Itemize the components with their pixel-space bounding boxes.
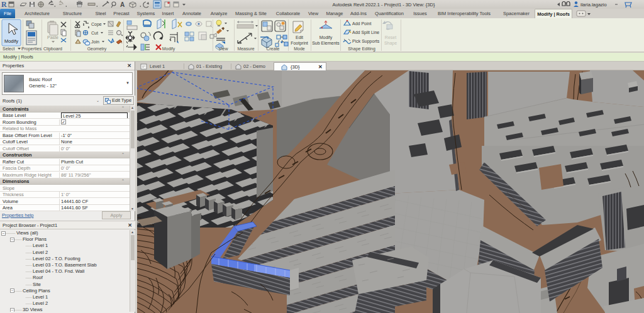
svg-text:ilaria.lagazio: ilaria.lagazio: [580, 2, 607, 8]
svg-text:Modify: Modify: [162, 47, 175, 52]
svg-text:Pick Supports: Pick Supports: [352, 39, 380, 44]
svg-text:Cope: Cope: [91, 22, 102, 27]
svg-text:View: View: [218, 47, 228, 51]
svg-text:Sub Elements: Sub Elements: [312, 41, 340, 45]
svg-text:Properties: Properties: [21, 47, 42, 52]
svg-text:Measure: Measure: [237, 47, 254, 51]
svg-text:Edit: Edit: [296, 35, 303, 40]
svg-text:Shape Editing: Shape Editing: [348, 47, 375, 52]
svg-text:Mode: Mode: [294, 47, 305, 51]
svg-text:Clipboard: Clipboard: [43, 47, 62, 52]
svg-text:Reset: Reset: [385, 35, 396, 40]
svg-text:Add Point: Add Point: [352, 21, 371, 26]
svg-text:A: A: [120, 1, 125, 8]
svg-text:Modify: Modify: [319, 35, 333, 40]
svg-text:Add Split Line: Add Split Line: [352, 30, 379, 35]
svg-text:R: R: [1, 0, 7, 9]
svg-text:Select: Select: [3, 47, 15, 51]
svg-text:Cut: Cut: [91, 31, 98, 35]
svg-text:Paste: Paste: [47, 35, 58, 40]
svg-text:Create: Create: [266, 47, 279, 51]
svg-text:Join: Join: [91, 40, 99, 44]
svg-text:Modify: Modify: [4, 38, 18, 44]
svg-text:Footprint: Footprint: [291, 41, 308, 46]
svg-text:Geometry: Geometry: [87, 47, 107, 52]
svg-text:Shape: Shape: [384, 41, 397, 46]
